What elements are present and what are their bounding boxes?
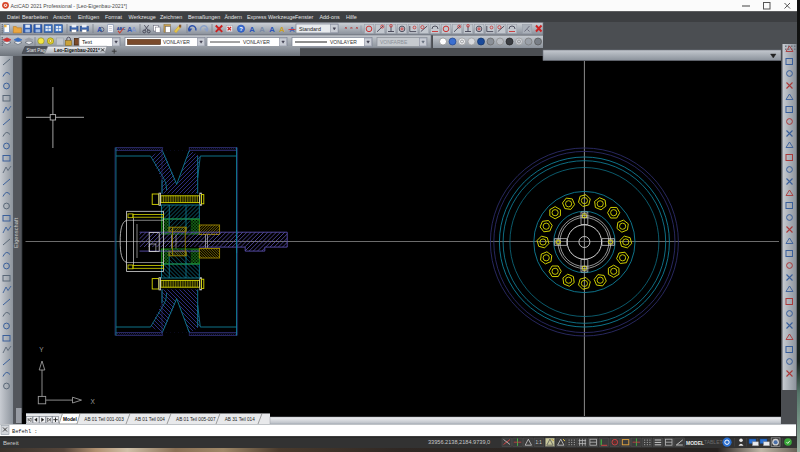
svg-text:33956.2138,2184.9739,0: 33956.2138,2184.9739,0 [428,439,490,445]
svg-text:Bearbeiten: Bearbeiten [22,14,48,20]
svg-text:Model: Model [63,417,77,422]
svg-text:ActCAD 2021 Professional - [Le: ActCAD 2021 Professional - [Leo-Eigenbau… [11,3,128,9]
svg-text:VONLAYER: VONLAYER [163,39,190,45]
svg-text:Hilfe: Hilfe [346,14,357,20]
svg-text:A: A [97,25,103,34]
svg-text:VONLAYER: VONLAYER [330,39,357,45]
svg-text:X: X [91,398,96,405]
svg-text:AB 01 Teil 004: AB 01 Teil 004 [135,417,166,422]
svg-text:VONFARBE: VONFARBE [380,39,408,45]
svg-text:VONLAYER: VONLAYER [243,39,270,45]
svg-text:Ansicht: Ansicht [53,14,71,20]
svg-text:Eigenschaft: Eigenschaft [13,217,19,248]
svg-text:Express Werkzeuge: Express Werkzeuge [247,14,295,20]
svg-text:Ändern: Ändern [225,14,242,20]
svg-text:Befehl :: Befehl : [12,429,37,435]
svg-text:Leo-Eigenbau-2021*: Leo-Eigenbau-2021* [54,48,100,53]
svg-text:AB 01 Teil 001-003: AB 01 Teil 001-003 [84,417,124,422]
svg-text:Fenster: Fenster [295,14,313,20]
svg-text:Datei: Datei [7,14,20,20]
svg-text:Add-ons: Add-ons [320,14,340,20]
svg-text:TABLET: TABLET [704,439,723,445]
svg-text:Standard: Standard [299,26,321,32]
svg-text:ABC: ABC [117,26,126,31]
svg-text:1:1: 1:1 [535,440,542,445]
svg-text:?: ? [239,26,243,32]
svg-text:AB 01 Teil 005-007: AB 01 Teil 005-007 [176,417,216,422]
svg-text:Text: Text [82,39,93,45]
svg-text:Zeichnen: Zeichnen [160,14,182,20]
svg-text:A: A [131,25,137,34]
svg-text:A: A [279,25,285,34]
svg-text:Bereit: Bereit [3,440,19,446]
svg-text:MODEL: MODEL [686,440,704,446]
svg-text:AB 31 Teil 014: AB 31 Teil 014 [225,417,256,422]
svg-text:A: A [259,25,265,34]
svg-text:A: A [269,25,275,34]
svg-text:A: A [249,25,255,34]
svg-text:Bemaßungen: Bemaßungen [188,14,220,20]
svg-text:Einfügen: Einfügen [78,14,99,20]
svg-text:Format: Format [105,14,123,20]
svg-text:Y: Y [39,346,44,353]
svg-text:Werkzeuge: Werkzeuge [129,14,156,20]
